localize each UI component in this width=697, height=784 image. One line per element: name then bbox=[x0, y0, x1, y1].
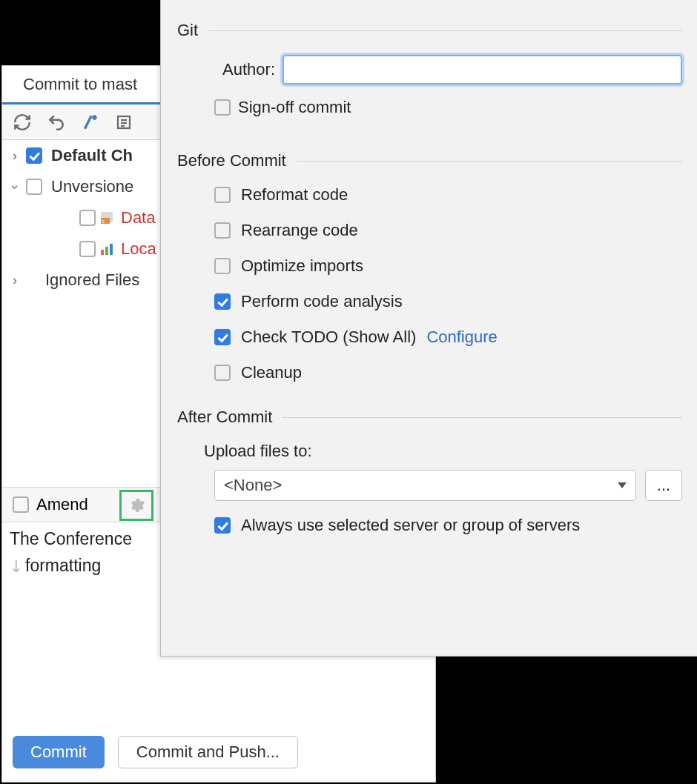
author-input[interactable] bbox=[283, 55, 682, 84]
svg-text:s: s bbox=[102, 218, 105, 225]
optimize-checkbox[interactable] bbox=[214, 258, 231, 274]
diff-icon[interactable] bbox=[81, 113, 100, 132]
todo-label: Check TODO (Show All) bbox=[241, 328, 416, 347]
git-section-label: Git bbox=[177, 21, 198, 40]
commit-and-push-button[interactable]: Commit and Push... bbox=[118, 736, 298, 768]
commit-buttons: Commit Commit and Push... bbox=[13, 736, 298, 768]
always-use-option[interactable]: Always use selected server or group of s… bbox=[214, 516, 682, 535]
ellipsis-label: ... bbox=[657, 476, 670, 495]
author-label: Author: bbox=[204, 60, 275, 79]
caret-down-icon bbox=[618, 482, 627, 488]
file-data-checkbox[interactable] bbox=[79, 210, 96, 226]
author-row: Author: bbox=[204, 55, 682, 84]
reformat-label: Reformat code bbox=[241, 185, 348, 205]
rearrange-checkbox[interactable] bbox=[214, 222, 231, 239]
todo-checkbox[interactable] bbox=[214, 329, 231, 345]
before-commit-options: Reformat code Rearrange code Optimize im… bbox=[214, 185, 682, 382]
analysis-checkbox[interactable] bbox=[214, 293, 231, 310]
svg-rect-7 bbox=[101, 250, 104, 255]
svg-rect-9 bbox=[110, 244, 113, 255]
rearrange-label: Rearrange code bbox=[241, 221, 358, 240]
cleanup-option[interactable]: Cleanup bbox=[214, 363, 682, 382]
file-loca-label: Loca bbox=[121, 239, 156, 259]
git-section-header: Git bbox=[177, 21, 682, 40]
after-commit-header: After Commit bbox=[177, 408, 682, 427]
commit-message-line: formatting bbox=[25, 556, 101, 575]
before-commit-label: Before Commit bbox=[177, 151, 286, 170]
svg-rect-8 bbox=[105, 247, 108, 255]
rearrange-option[interactable]: Rearrange code bbox=[214, 221, 682, 240]
chevron-down-icon[interactable]: › bbox=[7, 179, 23, 195]
commit-and-push-label: Commit and Push... bbox=[136, 743, 280, 762]
unversioned-label: Unversione bbox=[51, 177, 133, 196]
default-changelist-checkbox[interactable] bbox=[26, 147, 42, 164]
optimize-option[interactable]: Optimize imports bbox=[214, 256, 682, 276]
reformat-checkbox[interactable] bbox=[214, 187, 231, 203]
optimize-label: Optimize imports bbox=[241, 256, 363, 276]
file-loca-checkbox[interactable] bbox=[79, 241, 96, 257]
upload-select-value: <None> bbox=[224, 476, 282, 495]
sql-file-icon: s bbox=[99, 210, 115, 226]
todo-option[interactable]: Check TODO (Show All) Configure bbox=[214, 328, 682, 347]
cleanup-checkbox[interactable] bbox=[214, 365, 231, 381]
undo-icon[interactable] bbox=[47, 113, 66, 132]
file-data-label: Data bbox=[121, 208, 155, 227]
default-changelist-label: Default Ch bbox=[51, 146, 133, 165]
signoff-checkbox[interactable] bbox=[214, 99, 231, 116]
upload-browse-button[interactable]: ... bbox=[645, 470, 682, 501]
always-use-label: Always use selected server or group of s… bbox=[241, 516, 580, 535]
analysis-option[interactable]: Perform code analysis bbox=[214, 292, 682, 311]
analysis-label: Perform code analysis bbox=[241, 292, 403, 311]
changelist-icon[interactable] bbox=[115, 113, 133, 131]
commit-message-area[interactable]: The Conference ↘formatting bbox=[10, 525, 132, 579]
reformat-option[interactable]: Reformat code bbox=[214, 185, 682, 205]
ignored-label: Ignored Files bbox=[45, 270, 139, 290]
signoff-label: Sign-off commit bbox=[238, 98, 351, 117]
gear-icon bbox=[128, 496, 145, 514]
amend-label: Amend bbox=[36, 495, 88, 514]
amend-checkbox[interactable] bbox=[13, 496, 29, 513]
commit-message-line: The Conference bbox=[10, 525, 132, 552]
chevron-right-icon[interactable]: › bbox=[7, 148, 23, 164]
upload-select[interactable]: <None> bbox=[214, 470, 636, 501]
refresh-icon[interactable] bbox=[13, 113, 32, 132]
upload-label: Upload files to: bbox=[204, 442, 682, 461]
commit-options-gear[interactable] bbox=[119, 490, 153, 521]
commit-button-label: Commit bbox=[30, 743, 87, 762]
before-commit-header: Before Commit bbox=[177, 151, 682, 170]
commit-options-popover: Git Author: Sign-off commit Before Commi… bbox=[160, 0, 697, 657]
unversioned-checkbox[interactable] bbox=[26, 179, 42, 195]
cleanup-label: Cleanup bbox=[241, 363, 302, 382]
chart-file-icon bbox=[99, 241, 115, 257]
commit-tab-label: Commit to mast bbox=[23, 75, 137, 94]
commit-button[interactable]: Commit bbox=[13, 736, 105, 768]
todo-configure-link[interactable]: Configure bbox=[426, 328, 497, 347]
chevron-right-icon[interactable]: › bbox=[7, 273, 23, 288]
signoff-row[interactable]: Sign-off commit bbox=[214, 98, 682, 117]
after-commit-label: After Commit bbox=[177, 408, 272, 427]
always-use-checkbox[interactable] bbox=[214, 517, 231, 534]
upload-select-row: <None> ... bbox=[214, 470, 682, 501]
